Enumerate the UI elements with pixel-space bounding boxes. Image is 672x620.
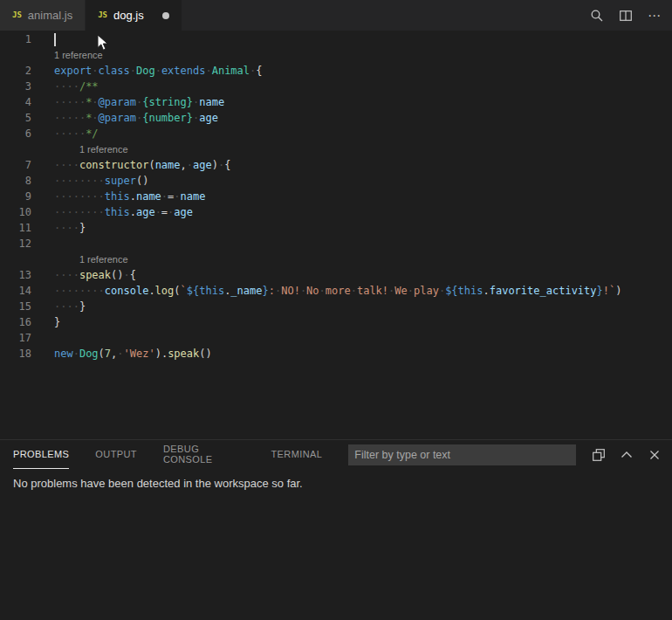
- code-token: ·: [92, 96, 98, 108]
- code-token: this: [199, 285, 224, 297]
- code-token: (: [174, 285, 180, 297]
- code-token: ·: [155, 206, 161, 218]
- code-line[interactable]: }: [54, 314, 621, 330]
- more-actions-icon[interactable]: ⋯: [648, 9, 662, 23]
- gutter: 123456789101112131415161718: [0, 31, 31, 439]
- code-token: age: [136, 206, 155, 218]
- line-number[interactable]: [0, 141, 31, 157]
- line-number[interactable]: [0, 251, 31, 267]
- code-token: ····: [54, 80, 79, 93]
- line-number[interactable]: 16: [0, 314, 31, 330]
- code-token: more: [326, 285, 351, 297]
- code-line[interactable]: ····}: [54, 220, 621, 236]
- line-number[interactable]: 1: [0, 31, 31, 47]
- code-token: }: [262, 285, 268, 297]
- code-token: .: [130, 206, 136, 218]
- editor-actions: ⋯: [590, 0, 672, 31]
- line-number[interactable]: 10: [0, 204, 31, 220]
- code-token: 7: [105, 348, 111, 360]
- code-token: extends: [161, 65, 206, 77]
- code-line[interactable]: ····speak()·{: [54, 267, 621, 283]
- code-editor[interactable]: 123456789101112131415161718 1 referencee…: [0, 31, 672, 439]
- code-line[interactable]: ········console.log(`${this._name}:·NO!·…: [54, 283, 621, 299]
- code-token: play: [414, 285, 439, 297]
- line-number[interactable]: 8: [0, 173, 31, 189]
- code-line[interactable]: [54, 236, 621, 251]
- panel-tab-debug-console[interactable]: DEBUG CONSOLE: [163, 440, 244, 469]
- code-token: _name: [230, 285, 262, 297]
- line-number[interactable]: 3: [0, 79, 31, 94]
- line-number[interactable]: 13: [0, 267, 31, 283]
- code-token: ·: [205, 65, 211, 77]
- line-number[interactable]: 15: [0, 299, 31, 314]
- code-line[interactable]: ····/**: [54, 79, 621, 94]
- codelens-reference[interactable]: 1 reference: [54, 47, 621, 63]
- code-token: }: [597, 285, 603, 297]
- code-line[interactable]: new·Dog(7,·'Wez').speak(): [54, 346, 621, 362]
- code-line[interactable]: ····constructor(name,·age)·{: [54, 157, 621, 173]
- code-line[interactable]: [54, 31, 621, 47]
- views-layout-icon[interactable]: [592, 448, 606, 462]
- panel-tab-terminal[interactable]: TERMINAL: [271, 440, 322, 469]
- code-token: ········: [54, 206, 105, 218]
- code-line[interactable]: ·····*·@param·{string}·name: [54, 94, 621, 110]
- code-token: `: [181, 285, 187, 297]
- code-area: 1 referenceexport·class·Dog·extends·Anim…: [54, 31, 621, 439]
- problems-filter-input[interactable]: [348, 444, 576, 465]
- line-number[interactable]: 7: [0, 157, 31, 173]
- line-number[interactable]: 17: [0, 330, 31, 346]
- code-token: this: [105, 206, 130, 218]
- panel-tab-output[interactable]: OUTPUT: [95, 440, 137, 469]
- code-line[interactable]: ·····*/: [54, 126, 621, 141]
- code-token: console: [105, 285, 149, 297]
- close-panel-icon[interactable]: [648, 448, 662, 462]
- code-token: ····: [54, 222, 79, 234]
- code-token: ····: [54, 300, 79, 313]
- code-line[interactable]: ········this.age·=·age: [54, 204, 621, 220]
- code-line[interactable]: export·class·Dog·extends·Animal·{: [54, 63, 621, 79]
- line-number[interactable]: 5: [0, 110, 31, 126]
- modified-indicator-dot[interactable]: [162, 12, 169, 19]
- code-token: {number}: [142, 112, 193, 124]
- split-editor-icon[interactable]: [619, 9, 633, 23]
- code-token: ,: [181, 159, 187, 171]
- panel-actions: [592, 448, 662, 462]
- code-line[interactable]: [54, 330, 621, 346]
- code-line[interactable]: ········this.name·=·name: [54, 189, 621, 204]
- code-token: ····: [54, 269, 79, 281]
- line-number[interactable]: 2: [0, 63, 31, 79]
- text-caret: [54, 33, 56, 46]
- codelens-reference[interactable]: 1 reference: [54, 141, 621, 157]
- code-token: ·: [351, 285, 357, 297]
- panel-tab-problems[interactable]: PROBLEMS: [13, 440, 69, 469]
- line-number[interactable]: [0, 47, 31, 63]
- code-token: ·····: [54, 127, 86, 140]
- code-token: ·: [117, 348, 123, 360]
- line-number[interactable]: 9: [0, 189, 31, 204]
- code-token: super: [105, 175, 136, 187]
- code-line[interactable]: ········super(): [54, 173, 621, 189]
- code-token: ········: [54, 175, 105, 187]
- code-token: }: [79, 222, 86, 234]
- tab-dog-js[interactable]: JS dog.js: [86, 0, 182, 31]
- line-number[interactable]: 6: [0, 126, 31, 141]
- code-line[interactable]: ····}: [54, 299, 621, 314]
- maximize-panel-chevron-up-icon[interactable]: [620, 448, 634, 462]
- code-token: NO!: [281, 285, 300, 297]
- codelens-reference[interactable]: 1 reference: [54, 251, 621, 267]
- code-token: (: [148, 159, 154, 171]
- code-token: ·: [174, 190, 180, 203]
- line-number[interactable]: 14: [0, 283, 31, 299]
- code-token: }: [79, 300, 86, 313]
- line-number[interactable]: 11: [0, 220, 31, 236]
- find-icon[interactable]: [590, 9, 604, 23]
- code-token: ·: [155, 65, 161, 77]
- line-number[interactable]: 4: [0, 94, 31, 110]
- code-token: ): [155, 348, 161, 360]
- code-line[interactable]: ·····*·@param·{number}·age: [54, 110, 621, 126]
- line-number[interactable]: 18: [0, 346, 31, 362]
- line-number[interactable]: 12: [0, 236, 31, 251]
- code-token: log: [155, 285, 175, 297]
- code-token: @param: [99, 96, 136, 108]
- tab-animal-js[interactable]: JS animal.js: [0, 0, 86, 31]
